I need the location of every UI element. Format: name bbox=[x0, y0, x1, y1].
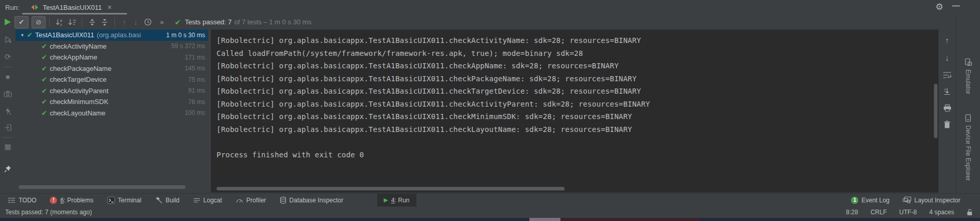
build-label: Build bbox=[166, 197, 180, 204]
device-file-explorer-label: Device File Explorer bbox=[964, 125, 972, 181]
layout-inspector-button[interactable]: Layout Inspector bbox=[896, 197, 980, 204]
svg-text:a: a bbox=[60, 19, 62, 22]
layout-inspector-label: Layout Inspector bbox=[914, 197, 960, 204]
profiler-label: Profiler bbox=[247, 197, 266, 204]
pin-tab-icon[interactable] bbox=[0, 165, 16, 173]
tool-window-bar: TODO ! 6: Problems Terminal Build Logcat bbox=[0, 193, 980, 207]
run-config-tab[interactable]: TestA1BasicUIX011 × bbox=[26, 0, 116, 14]
tool-button-build[interactable]: Build bbox=[148, 194, 186, 207]
up-stacktrace-icon[interactable]: ↑ bbox=[939, 36, 956, 45]
tree-row-test[interactable]: ✔ checkActivityName 59 s 372 ms bbox=[16, 41, 208, 52]
expand-all-icon[interactable] bbox=[86, 17, 98, 28]
console-vertical-scrollbar[interactable] bbox=[934, 84, 938, 138]
status-bar: Tests passed: 7 (moments ago) 8:28 CRLF … bbox=[0, 207, 980, 218]
caret-position[interactable]: 8:28 bbox=[846, 209, 858, 216]
previous-failed-test-icon[interactable]: ↑ bbox=[119, 18, 130, 26]
chevron-down-icon[interactable]: ▾ bbox=[19, 32, 26, 38]
test-duration: 100 ms bbox=[185, 109, 205, 116]
todo-label: TODO bbox=[19, 197, 36, 204]
toolbar-separator bbox=[114, 18, 115, 27]
test-name: checkAppName bbox=[50, 53, 97, 61]
overflow-chevrons-icon[interactable]: » bbox=[160, 18, 164, 26]
test-passed-icon: ✔ bbox=[41, 42, 47, 50]
tree-horizontal-scrollbar[interactable] bbox=[19, 185, 185, 189]
bottom-window-strip bbox=[0, 218, 980, 221]
tool-button-terminal[interactable]: Terminal bbox=[100, 194, 148, 207]
import-test-results-icon[interactable] bbox=[0, 124, 16, 131]
scroll-to-end-icon[interactable] bbox=[939, 87, 956, 95]
minimize-icon[interactable]: — bbox=[952, 1, 960, 10]
sort-by-duration-icon[interactable] bbox=[66, 17, 78, 28]
bottom-strip-tint bbox=[560, 218, 699, 221]
emulator-tool-button[interactable]: Emulator bbox=[956, 58, 980, 94]
test-suite-name: TestA1BasicUIX011 bbox=[35, 31, 94, 39]
tree-row-test[interactable]: ✔ checkLayoutName 100 ms bbox=[16, 108, 208, 119]
test-history-icon[interactable] bbox=[141, 17, 154, 28]
console-line: Called loadFromPath(/system/framework/fr… bbox=[217, 47, 939, 60]
show-ignored-toggle[interactable]: ⊘ bbox=[32, 16, 46, 28]
print-icon[interactable] bbox=[939, 104, 956, 112]
tree-row-test[interactable]: ✔ checkActivityParent 91 ms bbox=[16, 85, 208, 97]
close-icon[interactable]: × bbox=[107, 3, 111, 11]
next-failed-test-icon[interactable]: ↓ bbox=[130, 18, 141, 26]
console-line: [Robolectric] org.aplas.basicappx.TestA1… bbox=[217, 85, 939, 98]
test-tree: ▾ ✔ TestA1BasicUIX011 (org.aplas.basi 1 … bbox=[16, 30, 208, 193]
tool-button-problems[interactable]: ! 6: Problems bbox=[43, 194, 100, 207]
tree-row-test[interactable]: ✔ checkAppName 171 ms bbox=[16, 52, 208, 63]
test-console-output: [Robolectric] org.aplas.basicappx.TestA1… bbox=[211, 30, 939, 193]
layout-grid-icon[interactable]: ▦ bbox=[0, 142, 16, 151]
bottom-scrollbar-thumb[interactable] bbox=[529, 218, 560, 221]
test-passed-icon: ✔ bbox=[41, 65, 47, 72]
run-label: Run: bbox=[5, 4, 19, 11]
sort-alphabetically-icon[interactable]: az bbox=[53, 17, 66, 28]
stop-icon[interactable]: ■ bbox=[0, 73, 16, 81]
test-duration: 145 ms bbox=[185, 65, 205, 72]
device-file-explorer-icon bbox=[964, 114, 972, 122]
run-panel-header: Run: TestA1BasicUIX011 × ⚙ — bbox=[0, 0, 980, 14]
svg-text:z: z bbox=[60, 23, 62, 26]
encoding-indicator[interactable]: UTF-8 bbox=[899, 209, 917, 216]
tool-button-todo[interactable]: TODO bbox=[0, 194, 43, 207]
collapse-all-icon[interactable] bbox=[98, 17, 111, 28]
console-line: [Robolectric] org.aplas.basicappx.TestA1… bbox=[217, 98, 939, 111]
tool-button-database-inspector[interactable]: Database Inspector bbox=[273, 194, 350, 207]
down-stacktrace-icon[interactable]: ↓ bbox=[939, 53, 956, 62]
screenshot-camera-icon[interactable] bbox=[0, 91, 16, 97]
attach-debugger-icon[interactable] bbox=[0, 107, 16, 115]
hammer-icon bbox=[155, 197, 163, 204]
console-line: [Robolectric] org.aplas.basicappx.TestA1… bbox=[217, 123, 939, 136]
problems-error-badge: ! bbox=[50, 197, 57, 204]
tool-button-run-selected[interactable]: ▶ 4: Run bbox=[377, 194, 416, 207]
test-passed-icon: ✔ bbox=[41, 98, 47, 106]
apply-changes-icon[interactable]: ⟳ bbox=[0, 52, 16, 62]
unlock-icon[interactable] bbox=[967, 209, 973, 216]
event-log-button[interactable]: 1 Event Log bbox=[843, 197, 896, 204]
console-horizontal-scrollbar[interactable] bbox=[217, 187, 565, 190]
line-ending-indicator[interactable]: CRLF bbox=[871, 209, 887, 216]
gear-icon[interactable]: ⚙ bbox=[935, 2, 943, 12]
tool-button-logcat[interactable]: Logcat bbox=[186, 194, 229, 207]
emulator-label: Emulator bbox=[964, 69, 972, 94]
tree-row-root[interactable]: ▾ ✔ TestA1BasicUIX011 (org.aplas.basi 1 … bbox=[16, 30, 208, 41]
test-passed-icon: ✔ bbox=[27, 31, 33, 39]
database-icon bbox=[280, 197, 286, 204]
show-passed-toggle[interactable]: ✔ bbox=[15, 16, 28, 28]
emulator-icon bbox=[964, 58, 972, 66]
clear-console-trash-icon[interactable] bbox=[939, 121, 956, 128]
tree-row-test[interactable]: ✔ checkMinimumSDK 76 ms bbox=[16, 96, 208, 108]
test-name: checkLayoutName bbox=[50, 109, 106, 117]
soft-wrap-icon[interactable] bbox=[939, 71, 956, 79]
device-file-explorer-tool-button[interactable]: Device File Explorer bbox=[956, 114, 980, 181]
run-tool-window: Run: TestA1BasicUIX011 × ⚙ — ✔ ⊘ az bbox=[0, 0, 980, 221]
profiler-gauge-icon bbox=[236, 197, 243, 203]
toolbar-divider bbox=[3, 137, 12, 138]
console-right-toolbar: ↑ ↓ bbox=[939, 30, 956, 193]
rerun-failed-tests-icon[interactable] bbox=[0, 36, 16, 43]
indent-indicator[interactable]: 4 spaces bbox=[929, 209, 954, 216]
logcat-label: Logcat bbox=[204, 197, 222, 204]
layout-inspector-icon bbox=[903, 197, 911, 203]
tree-row-test[interactable]: ✔ checkPackageName 145 ms bbox=[16, 63, 208, 75]
rerun-tests-button[interactable] bbox=[4, 18, 11, 26]
tool-button-profiler[interactable]: Profiler bbox=[229, 194, 273, 207]
tree-row-test[interactable]: ✔ checkTargetDevice 75 ms bbox=[16, 74, 208, 85]
